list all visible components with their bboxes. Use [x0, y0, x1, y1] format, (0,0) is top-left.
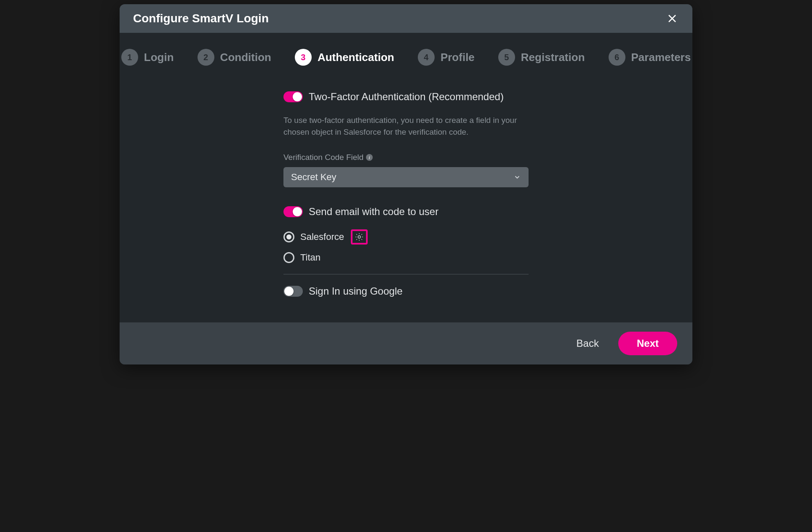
step-number: 3	[295, 49, 312, 66]
chevron-down-icon	[513, 173, 521, 181]
step-parameters[interactable]: 6 Parameters	[609, 49, 691, 66]
two-factor-row: Two-Factor Authentication (Recommended)	[283, 91, 529, 103]
svg-point-2	[358, 236, 361, 238]
modal-header: Configure SmartV Login	[120, 4, 692, 33]
verification-field-value: Secret Key	[291, 172, 337, 183]
google-signin-toggle[interactable]	[283, 286, 303, 297]
two-factor-helper: To use two-factor authentication, you ne…	[283, 114, 529, 138]
next-button[interactable]: Next	[618, 332, 677, 355]
verification-field-select[interactable]: Secret Key	[283, 167, 529, 187]
two-factor-label: Two-Factor Authentication (Recommended)	[309, 91, 504, 103]
verification-field-label-text: Verification Code Field	[283, 153, 363, 162]
step-label: Parameters	[631, 51, 691, 64]
two-factor-toggle[interactable]	[283, 91, 303, 102]
step-number: 2	[198, 49, 214, 66]
radio-titan-label: Titan	[300, 252, 321, 263]
step-authentication[interactable]: 3 Authentication	[295, 49, 394, 66]
close-button[interactable]	[665, 12, 679, 25]
step-login[interactable]: 1 Login	[121, 49, 174, 66]
step-label: Condition	[220, 51, 271, 64]
gear-icon[interactable]	[355, 232, 364, 242]
radio-titan[interactable]	[283, 252, 294, 263]
configure-login-modal: Configure SmartV Login 1 Login 2 Conditi…	[120, 4, 692, 364]
modal-content: Two-Factor Authentication (Recommended) …	[120, 78, 692, 322]
send-email-label: Send email with code to user	[309, 206, 438, 218]
modal-title: Configure SmartV Login	[133, 12, 269, 25]
info-icon[interactable]: i	[366, 154, 373, 161]
step-number: 4	[418, 49, 435, 66]
verification-field-label: Verification Code Field i	[283, 153, 529, 162]
step-label: Authentication	[318, 51, 394, 64]
wizard-stepper: 1 Login 2 Condition 3 Authentication 4 P…	[120, 33, 692, 78]
authentication-panel: Two-Factor Authentication (Recommended) …	[283, 91, 529, 297]
step-profile[interactable]: 4 Profile	[418, 49, 475, 66]
step-label: Registration	[521, 51, 585, 64]
step-number: 6	[609, 49, 625, 66]
step-registration[interactable]: 5 Registration	[498, 49, 585, 66]
google-signin-row: Sign In using Google	[283, 285, 529, 297]
provider-salesforce-row: Salesforce	[283, 229, 529, 245]
modal-footer: Back Next	[120, 322, 692, 364]
radio-salesforce[interactable]	[283, 231, 294, 242]
back-button[interactable]: Back	[569, 333, 606, 354]
google-signin-label: Sign In using Google	[309, 285, 403, 297]
step-label: Profile	[441, 51, 475, 64]
step-number: 1	[121, 49, 138, 66]
provider-titan-row: Titan	[283, 252, 529, 263]
close-icon	[667, 13, 677, 24]
salesforce-settings-highlight	[351, 229, 368, 245]
step-number: 5	[498, 49, 515, 66]
step-condition[interactable]: 2 Condition	[198, 49, 271, 66]
radio-salesforce-label: Salesforce	[300, 231, 344, 242]
send-email-toggle[interactable]	[283, 206, 303, 217]
send-email-row: Send email with code to user	[283, 206, 529, 218]
step-label: Login	[144, 51, 174, 64]
divider	[283, 274, 529, 274]
